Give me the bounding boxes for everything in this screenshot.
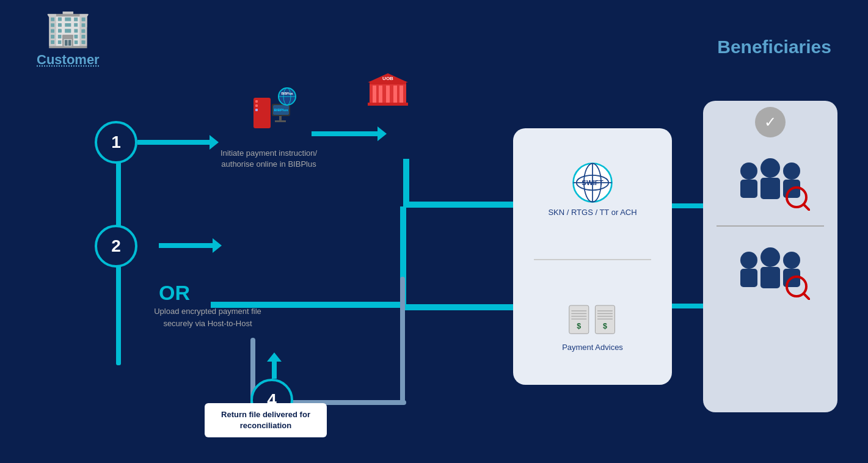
svg-rect-16	[373, 86, 376, 103]
svg-rect-3	[255, 109, 258, 111]
svg-point-53	[783, 252, 800, 269]
swift-label: SKN / RTGS / TT or ACH	[548, 208, 636, 217]
svg-rect-2	[255, 104, 258, 107]
ucb-bank-section: UOB	[367, 70, 409, 110]
bene-bottom-group	[731, 245, 810, 302]
gray-connector-right	[400, 277, 405, 405]
svg-rect-19	[393, 86, 397, 103]
beneficiary-bottom-icon	[731, 245, 810, 300]
bene-top-group	[731, 156, 810, 213]
arrow-upload-to-step3b	[400, 304, 522, 310]
card-divider	[534, 259, 651, 260]
cyan-connector-vert	[403, 159, 409, 208]
return-file-box: Return file delivered for reconciliation	[205, 403, 327, 437]
step-2-circle: 2	[95, 225, 137, 268]
payment-advices-label: Payment Advices	[562, 343, 623, 352]
svg-point-43	[760, 158, 780, 178]
step-1-circle: 1	[95, 121, 137, 164]
svg-rect-18	[386, 86, 390, 103]
svg-rect-6	[279, 116, 282, 121]
svg-rect-44	[760, 178, 780, 199]
bene-separator	[717, 225, 824, 227]
bibplus-section: BIBPlus BIBPlus Initiate payment instruc…	[208, 86, 330, 170]
svg-rect-7	[275, 120, 286, 122]
customer-label: Customer	[37, 52, 100, 68]
beneficiary-top-icon	[731, 156, 810, 211]
svg-rect-20	[399, 86, 403, 103]
svg-text:BIBPlus: BIBPlus	[274, 108, 288, 112]
receipt-icon: $ $	[568, 301, 617, 340]
svg-rect-17	[379, 86, 382, 103]
svg-rect-42	[740, 180, 757, 198]
svg-text:$: $	[577, 322, 581, 330]
svg-text:$: $	[603, 322, 607, 330]
building-icon: 🏢	[45, 6, 91, 49]
svg-point-41	[740, 162, 757, 180]
check-circle-icon: ✓	[755, 107, 786, 137]
svg-rect-1	[255, 100, 258, 103]
or-text: OR	[159, 281, 190, 305]
svg-text:BIBPlus: BIBPlus	[281, 92, 293, 95]
swift-section: SWIFT SKN / RTGS / TT or ACH	[548, 161, 636, 217]
arrow-step2-right	[159, 243, 214, 248]
svg-line-48	[803, 204, 810, 211]
customer-section: 🏢 Customer	[37, 6, 100, 68]
swift-globe-icon: SWIFT	[571, 161, 614, 204]
arrow-step1-to-bibplus	[137, 140, 211, 145]
svg-text:UOB: UOB	[382, 76, 393, 81]
bibplus-description: Initiate payment instruction/ authorise …	[208, 148, 330, 170]
svg-point-45	[783, 162, 800, 180]
middle-card: SWIFT SKN / RTGS / TT or ACH $ $	[513, 128, 672, 385]
payment-advices-icon: $ $	[568, 302, 617, 339]
svg-line-56	[803, 293, 810, 300]
svg-point-51	[760, 247, 780, 267]
arrow-upload-horiz	[211, 302, 406, 308]
svg-rect-52	[760, 267, 780, 288]
beneficiaries-card: ✓	[703, 101, 837, 412]
beneficiaries-label: Beneficiaries	[717, 37, 831, 57]
upload-label: Upload encrypted payment file securely v…	[147, 305, 269, 329]
cyan-connector-horiz	[403, 202, 519, 208]
arrow-step4-up	[272, 360, 277, 379]
svg-text:SWIFT: SWIFT	[582, 179, 603, 186]
svg-point-49	[740, 252, 757, 269]
bibplus-icon: BIBPlus BIBPlus	[238, 86, 299, 140]
arrow-bibplus-to-ucb	[312, 131, 379, 136]
payment-advices-section: $ $ Payment Advices	[562, 302, 623, 352]
svg-rect-50	[740, 269, 757, 287]
svg-rect-21	[368, 103, 408, 106]
ucb-bank-icon: UOB	[367, 70, 409, 110]
